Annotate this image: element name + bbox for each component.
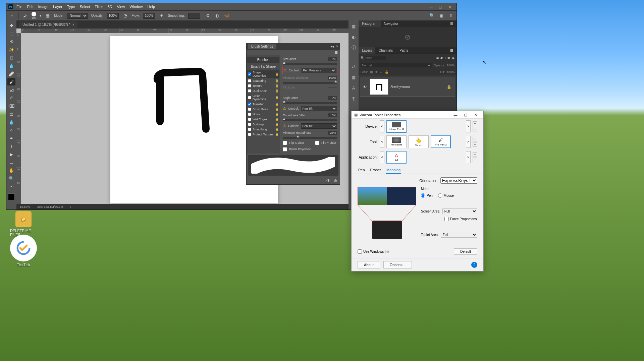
panel-menu-icon[interactable]: ☰ (335, 51, 338, 54)
opt-wet-edges[interactable]: Wet Edges🔒 (247, 117, 279, 121)
heal-tool[interactable]: 🩹 (7, 70, 15, 77)
layer-name[interactable]: Background (390, 85, 410, 89)
tab-layers[interactable]: Layers (359, 47, 375, 54)
brush-preset-icon[interactable]: 🖌 (22, 13, 28, 19)
magic-wand-tool[interactable]: ✨ (7, 46, 15, 53)
brush-settings-panel[interactable]: Brush Settings ◂◂ ✕ ☰ Brushes Brush Tip … (246, 43, 340, 185)
search-icon[interactable]: 🔍 (429, 13, 435, 19)
pressure-size-icon[interactable]: ◐ (214, 13, 220, 19)
menu-image[interactable]: Image (38, 5, 49, 9)
menu-filter[interactable]: Filter (95, 5, 103, 9)
workspace-icon[interactable]: ▣ (438, 13, 444, 19)
minimize-button[interactable]: — (450, 111, 461, 119)
screen-area-select[interactable]: Full (442, 208, 477, 214)
roundness-jitter-value[interactable]: 0% (328, 113, 337, 117)
path-select-tool[interactable]: ▶ (7, 151, 15, 158)
size-control-select[interactable]: Pen Pressure (302, 68, 336, 73)
orientation-select[interactable]: ExpressKeys Left (440, 177, 477, 184)
toggle-preview-icon[interactable]: 👁 (326, 178, 330, 183)
opt-color-dynamics[interactable]: Color Dynamics🔒 (247, 94, 279, 101)
tab-eraser[interactable]: Eraser (370, 167, 382, 174)
about-button[interactable]: About (358, 261, 380, 268)
min-roundness-slider[interactable] (283, 137, 337, 139)
eyedropper-tool[interactable]: 💧 (7, 62, 15, 69)
blur-tool[interactable]: 💧 (7, 118, 15, 126)
move-tool[interactable]: ✥ (7, 22, 15, 29)
lock-pixels-icon[interactable]: ▦ (370, 70, 373, 74)
hand-tool[interactable]: ✋ (7, 167, 15, 174)
maximize-button[interactable]: ▢ (461, 111, 471, 119)
libraries-icon[interactable]: ⇄ (351, 63, 357, 69)
use-windows-ink-checkbox[interactable]: Use Windows Ink (358, 249, 389, 254)
app-next[interactable]: > (466, 151, 471, 163)
gear-icon[interactable]: ⚙ (205, 13, 211, 19)
desktop-icon-ticktick[interactable]: TickTick (10, 235, 37, 267)
mode-select[interactable]: Normal (67, 13, 88, 19)
dodge-tool[interactable]: ○ (7, 126, 15, 134)
pen-tool[interactable]: ✒ (7, 134, 15, 142)
status-arrow-icon[interactable]: ▸ (70, 205, 71, 208)
eraser-tool[interactable]: ⌫ (7, 102, 15, 110)
zoom-tool[interactable]: 🔍 (7, 175, 15, 182)
opt-protect-texture[interactable]: Protect Texture🔒 (247, 132, 279, 136)
brush-circle-icon[interactable] (32, 12, 36, 16)
menu-select[interactable]: Select (80, 5, 90, 9)
flip-x-checkbox[interactable] (283, 141, 287, 145)
document-tab[interactable]: Untitled-1 @ 16.7% (RGB/32*) * × (19, 21, 77, 28)
angle-jitter-value[interactable]: 0% (328, 96, 337, 100)
smoothing-input[interactable] (188, 13, 200, 19)
brush-tool[interactable]: 🖌 (7, 78, 15, 85)
panel-close-icon[interactable]: ✕ (336, 45, 338, 48)
options-button[interactable]: Options... (383, 261, 412, 268)
tablet-area-select[interactable]: Full (441, 232, 477, 238)
brushes-button[interactable]: Brushes (247, 57, 279, 63)
maximize-button[interactable]: ▢ (436, 3, 445, 10)
opt-brush-pose[interactable]: Brush Pose🔒 (247, 107, 279, 111)
opacity-input[interactable] (107, 13, 119, 19)
search-icon[interactable]: 🔍 (361, 56, 364, 60)
menu-file[interactable]: File (16, 5, 22, 9)
paragraph-icon[interactable]: ¶ (351, 96, 357, 102)
home-icon[interactable]: ⌂ (9, 13, 15, 19)
rectangle-tool[interactable]: ▭ (7, 159, 15, 166)
panel-collapse-icon[interactable]: ◂◂ (330, 45, 334, 48)
layer-opacity-value[interactable]: 100% (447, 64, 454, 67)
opt-dual-brush[interactable]: Dual Brush🔒 (247, 89, 279, 93)
fill-value[interactable]: 100% (447, 70, 454, 74)
type-tool[interactable]: T (7, 142, 15, 150)
app-prev[interactable]: < (380, 151, 384, 163)
app-remove[interactable]: − (473, 158, 477, 162)
menu-3d[interactable]: 3D (108, 5, 112, 9)
adjustments-icon[interactable]: ◐ (351, 34, 357, 40)
tab-mapping[interactable]: Mapping (386, 167, 401, 174)
opt-scattering[interactable]: Scattering🔒 (247, 79, 279, 83)
blend-mode-select[interactable]: Normal (361, 63, 432, 67)
panel-menu-icon[interactable]: ☰ (447, 47, 457, 54)
new-brush-icon[interactable]: ⊕ (334, 178, 337, 183)
info-icon[interactable]: ⓘ (351, 45, 357, 51)
tab-pen[interactable]: Pen (358, 167, 366, 174)
help-icon[interactable]: ? (471, 262, 477, 268)
tab-histogram[interactable]: Histogram (359, 20, 381, 27)
character-icon[interactable]: A (351, 85, 357, 91)
close-button[interactable]: ✕ (445, 3, 454, 10)
force-proportions-checkbox[interactable]: Force Proportions (444, 217, 477, 221)
crop-tool[interactable]: ⊡ (7, 54, 15, 61)
min-diameter-slider[interactable] (283, 82, 337, 84)
gradient-tool[interactable]: ▤ (7, 110, 15, 118)
titlebar[interactable]: Ps File Edit Image Layer Type Select Fil… (6, 3, 457, 10)
close-button[interactable]: ✕ (471, 111, 481, 119)
angle-control-select[interactable]: Pen Tilt (301, 106, 337, 111)
symmetry-icon[interactable]: 🦋 (224, 13, 230, 19)
menu-help[interactable]: Help (148, 5, 155, 9)
roundness-jitter-slider[interactable] (283, 119, 337, 121)
visibility-icon[interactable]: 👁 (362, 85, 368, 89)
opt-transfer[interactable]: Transfer🔒 (247, 102, 279, 106)
desktop-icon-folder[interactable]: 📁 DELETE ME FILES (10, 211, 37, 237)
menu-view[interactable]: View (117, 5, 125, 9)
mode-mouse-radio[interactable]: Mouse (438, 193, 454, 198)
flip-y-checkbox[interactable] (315, 141, 319, 145)
tool-pen[interactable]: 🖊Pro Pen 2 (431, 135, 451, 148)
brush-settings-title[interactable]: Brush Settings (248, 44, 276, 49)
lasso-tool[interactable]: ⟲ (7, 38, 15, 45)
